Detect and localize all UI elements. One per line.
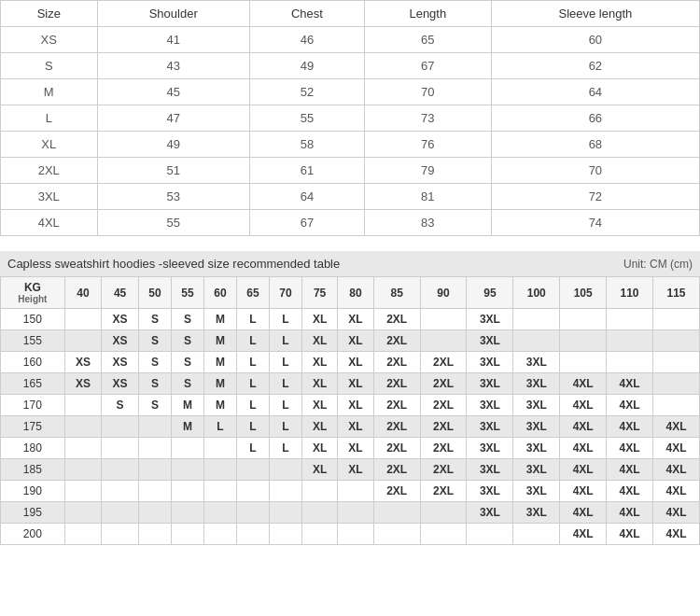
size-recommendation-cell: 2XL (373, 459, 420, 481)
measurement-cell: 81 (364, 184, 491, 210)
size-recommendation-cell: XL (338, 330, 373, 352)
size-recommendation-cell: XL (301, 373, 337, 395)
kg-header: 55 (171, 277, 203, 309)
size-recommendation-cell: S (102, 395, 139, 416)
size-recommendation-cell: XL (301, 416, 337, 438)
size-recommendation-cell: L (269, 438, 301, 459)
size-recommendation-cell: XS (102, 352, 139, 373)
size-recommendation-cell: XL (338, 373, 373, 395)
size-recommendation-cell: 3XL (513, 352, 560, 373)
size-recommendation-cell (338, 502, 373, 524)
size-recommendation-cell: XS (64, 373, 102, 395)
size-recommendation-cell: 3XL (513, 502, 560, 524)
size-recommendation-cell (102, 438, 139, 459)
size-recommendation-cell (513, 524, 560, 545)
size-recommendation-cell: XL (301, 459, 337, 481)
size-recommendation-cell: L (236, 416, 269, 438)
table-row: L47557366 (1, 105, 700, 132)
table-row: 2XL51617970 (1, 158, 700, 184)
size-recommendation-cell: 3XL (467, 373, 513, 395)
size-recommendation-cell: 4XL (607, 524, 653, 545)
size-recommendation-cell: 2XL (373, 395, 420, 416)
size-recommendation-cell: XL (338, 309, 373, 330)
size-chart-table: KGHeight40455055606570758085909510010511… (0, 276, 700, 545)
size-recommendation-cell: 4XL (652, 524, 699, 545)
size-recommendation-cell: 3XL (467, 459, 513, 481)
size-recommendation-cell: 4XL (560, 373, 607, 395)
size-recommendation-cell (171, 481, 203, 502)
size-recommendation-cell: 4XL (652, 502, 699, 524)
size-recommendation-cell: 3XL (513, 459, 560, 481)
size-recommendation-cell (138, 416, 171, 438)
measurement-cell: 62 (491, 53, 699, 79)
measurement-cell: 43 (97, 53, 249, 79)
size-recommendation-cell: 3XL (513, 395, 560, 416)
size-recommendation-cell: 2XL (373, 481, 420, 502)
size-recommendation-cell: 2XL (373, 416, 420, 438)
measurement-cell: 51 (97, 158, 249, 184)
size-recommendation-cell (301, 502, 337, 524)
size-recommendation-cell: S (138, 373, 171, 395)
measurement-cell: 83 (364, 210, 491, 236)
height-cell: 190 (1, 481, 65, 502)
size-recommendation-cell (373, 524, 420, 545)
size-recommendation-cell (102, 502, 139, 524)
size-recommendation-cell: 4XL (652, 481, 699, 502)
size-recommendation-cell (236, 502, 269, 524)
chart-row: 165XSXSSSMLLXLXL2XL2XL3XL3XL4XL4XL (1, 373, 700, 395)
measurement-cell: 72 (491, 184, 699, 210)
size-recommendation-cell (467, 524, 513, 545)
kg-header: 70 (269, 277, 301, 309)
height-cell: 165 (1, 373, 65, 395)
size-recommendation-cell: XL (301, 352, 337, 373)
table-row: M45527064 (1, 79, 700, 105)
size-recommendation-cell (652, 330, 699, 352)
kg-header: 65 (236, 277, 269, 309)
kg-header: 105 (560, 277, 607, 309)
size-recommendation-cell (652, 309, 699, 330)
size-recommendation-cell: L (236, 373, 269, 395)
measurement-cell: 58 (249, 132, 364, 158)
size-recommendation-cell: 2XL (373, 309, 420, 330)
measurement-cell: 65 (364, 27, 491, 53)
measurement-cell: 61 (249, 158, 364, 184)
size-recommendation-cell: XS (64, 352, 102, 373)
size-recommendation-cell: 2XL (420, 416, 467, 438)
size-recommendation-cell: S (138, 352, 171, 373)
size-recommendation-cell (64, 502, 102, 524)
size-recommendation-cell (652, 373, 699, 395)
size-recommendation-cell: 4XL (560, 438, 607, 459)
size-recommendation-cell (102, 459, 139, 481)
size-table: SizeShoulderChestLengthSleeve length XS4… (0, 0, 700, 236)
size-recommendation-cell: M (171, 416, 203, 438)
size-recommendation-cell (420, 330, 467, 352)
column-header: Length (364, 1, 491, 27)
size-recommendation-cell (64, 395, 102, 416)
size-recommendation-cell (203, 459, 236, 481)
measurement-cell: 76 (364, 132, 491, 158)
measurement-cell: 49 (249, 53, 364, 79)
size-recommendation-cell: L (236, 352, 269, 373)
size-recommendation-cell (652, 352, 699, 373)
size-recommendation-cell: 4XL (607, 502, 653, 524)
size-recommendation-cell: 2XL (420, 481, 467, 502)
measurement-cell: 41 (97, 27, 249, 53)
size-recommendation-cell: 2XL (420, 373, 467, 395)
size-recommendation-cell: S (171, 309, 203, 330)
size-recommendation-cell: 4XL (607, 459, 653, 481)
measurement-cell: 79 (364, 158, 491, 184)
chart-row: 170SSMMLLXLXL2XL2XL3XL3XL4XL4XL (1, 395, 700, 416)
column-header: Sleeve length (491, 1, 699, 27)
size-recommendation-cell: L (236, 330, 269, 352)
size-recommendation-cell: 3XL (513, 481, 560, 502)
size-recommendation-cell: S (138, 330, 171, 352)
size-recommendation-cell: 3XL (467, 352, 513, 373)
size-recommendation-cell (138, 481, 171, 502)
size-recommendation-cell: S (138, 309, 171, 330)
size-cell: L (1, 105, 98, 132)
size-recommendation-cell: 3XL (467, 416, 513, 438)
size-recommendation-cell (607, 330, 653, 352)
size-recommendation-cell (138, 438, 171, 459)
size-recommendation-cell (203, 438, 236, 459)
chart-row: 160XSXSSSMLLXLXL2XL2XL3XL3XL (1, 352, 700, 373)
